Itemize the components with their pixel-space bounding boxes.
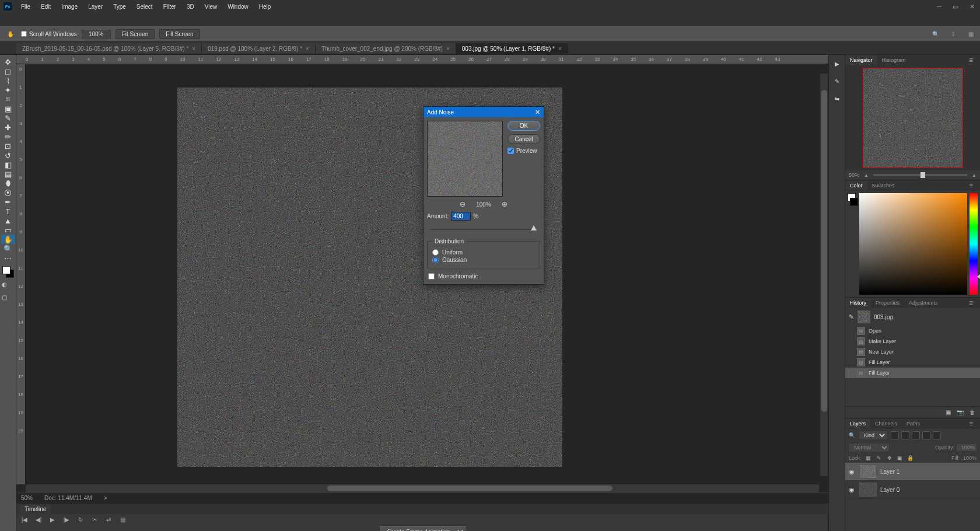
filter-pixel-icon[interactable]	[891, 431, 899, 439]
quick-select-tool[interactable]: ✦	[1, 85, 15, 95]
uniform-radio[interactable]: Uniform	[432, 249, 535, 256]
filter-shape-icon[interactable]	[922, 431, 930, 439]
history-item-3[interactable]: ▤Fill Layer	[845, 357, 980, 368]
navigator-thumbnail[interactable]	[863, 68, 963, 168]
minimize-button[interactable]: ─	[931, 0, 947, 13]
color-menu-icon[interactable]: ≡	[964, 180, 978, 191]
amount-input[interactable]	[451, 212, 471, 221]
filter-smart-icon[interactable]	[933, 431, 941, 439]
histogram-tab[interactable]: Histogram	[877, 55, 911, 65]
timeline-next-frame[interactable]: |▶	[63, 516, 70, 523]
paths-tab[interactable]: Paths	[902, 419, 925, 428]
lock-transparent-icon[interactable]: ▦	[865, 455, 872, 462]
fill-value[interactable]: 100%	[963, 455, 977, 461]
scrollbar-horizontal[interactable]	[26, 484, 819, 492]
history-brush-tool[interactable]: ↺	[1, 151, 15, 160]
close-button[interactable]: ✕	[964, 0, 980, 13]
color-bg-swatch[interactable]	[850, 198, 858, 206]
zoom-tool[interactable]: 🔍	[1, 244, 15, 253]
lock-pixels-icon[interactable]: ✎	[876, 455, 883, 462]
navigator-tab[interactable]: Navigator	[845, 55, 877, 65]
tab-close-icon[interactable]: ×	[306, 46, 309, 52]
ok-button[interactable]: OK	[508, 121, 540, 131]
blur-tool[interactable]: ⬮	[1, 179, 15, 188]
clone-stamp-tool[interactable]: ⊡	[1, 141, 15, 151]
layer-1[interactable]: ◉Layer 0	[845, 481, 980, 499]
preview-zoom-out-icon[interactable]: ⊖	[460, 200, 466, 208]
layer-kind-filter[interactable]: Kind	[859, 431, 887, 440]
menu-layer[interactable]: Layer	[83, 2, 107, 11]
layer-visibility-icon[interactable]: ◉	[848, 468, 856, 476]
filter-type-icon[interactable]	[912, 431, 920, 439]
lock-position-icon[interactable]: ✥	[886, 455, 893, 462]
crop-tool[interactable]: ⌗	[1, 95, 15, 104]
document-tab-2[interactable]: Thumb_cover_002_end.jpg @ 200% (RGB/8#)×	[316, 43, 456, 54]
brush-settings-icon[interactable]: ✎	[832, 76, 842, 86]
preview-checkbox[interactable]: Preview	[508, 148, 540, 154]
create-frame-animation-select[interactable]: Create Frame Animation	[380, 526, 466, 531]
color-picker[interactable]	[859, 193, 967, 295]
quick-mask-mode[interactable]: ◐	[2, 281, 15, 291]
eyedropper-tool[interactable]: ✎	[1, 113, 15, 123]
document-tab-1[interactable]: 019.psd @ 100% (Layer 2, RGB/8) *×	[202, 43, 316, 54]
history-item-4[interactable]: ▤Fill Layer	[845, 368, 980, 378]
lock-artboard-icon[interactable]: ▣	[897, 455, 904, 462]
hand-tool-icon[interactable]: ✋	[5, 28, 16, 40]
dialog-close-icon[interactable]: ✕	[535, 109, 540, 116]
menu-edit[interactable]: Edit	[36, 2, 55, 11]
history-menu-icon[interactable]: ≡	[964, 297, 978, 309]
timeline-play[interactable]: ▶	[49, 516, 56, 523]
gradient-tool[interactable]: ▤	[1, 169, 15, 179]
dialog-preview[interactable]	[427, 121, 503, 197]
timeline-prev-frame[interactable]: ◀|	[35, 516, 42, 523]
history-new-doc-icon[interactable]: 📷	[957, 409, 964, 415]
history-item-1[interactable]: ▤Make Layer	[845, 336, 980, 347]
lasso-tool[interactable]: ⌇	[1, 76, 15, 85]
hue-slider[interactable]	[970, 193, 978, 295]
history-tab[interactable]: History	[845, 298, 871, 308]
color-swatches[interactable]	[2, 266, 14, 278]
menu-window[interactable]: Window	[223, 2, 253, 11]
eraser-tool[interactable]: ◧	[1, 160, 15, 169]
adjustments-tab[interactable]: Adjustments	[904, 298, 943, 308]
blend-mode-select[interactable]: Normal	[849, 443, 890, 452]
layers-menu-icon[interactable]: ≡	[964, 418, 978, 429]
tab-close-icon[interactable]: ×	[192, 46, 195, 52]
menu-3d[interactable]: 3D	[182, 2, 199, 11]
search-icon[interactable]: 🔍	[931, 29, 940, 39]
foreground-color[interactable]	[2, 266, 10, 274]
timeline-first-frame[interactable]: |◀	[21, 516, 28, 523]
fit-screen-button[interactable]: Fit Screen	[116, 29, 155, 39]
tab-close-icon[interactable]: ×	[558, 46, 562, 52]
timeline-convert[interactable]: ▤	[119, 516, 126, 523]
document-tab-3[interactable]: 003.jpg @ 50% (Layer 1, RGB/8#) *×	[456, 43, 568, 54]
marquee-tool[interactable]: ◻	[1, 67, 15, 76]
menu-file[interactable]: File	[16, 2, 35, 11]
amount-slider[interactable]	[430, 225, 537, 233]
adjustments-icon[interactable]: ⇆	[832, 93, 842, 104]
pen-tool[interactable]: ✒	[1, 197, 15, 207]
type-tool[interactable]: T	[1, 207, 15, 216]
monochromatic-checkbox[interactable]: Monochromatic	[427, 272, 540, 281]
menu-view[interactable]: View	[200, 2, 222, 11]
history-item-2[interactable]: ▤New Layer	[845, 347, 980, 357]
fill-screen-button[interactable]: Fill Screen	[159, 29, 200, 39]
channels-tab[interactable]: Channels	[870, 419, 902, 428]
menu-image[interactable]: Image	[57, 2, 82, 11]
swatches-tab[interactable]: Swatches	[867, 181, 900, 190]
scrollbar-vertical[interactable]	[820, 74, 828, 476]
brush-tool[interactable]: ✏	[1, 132, 15, 141]
navigator-menu-icon[interactable]: ≡	[964, 54, 978, 66]
timeline-split[interactable]: ✂	[91, 516, 98, 523]
timeline-transition[interactable]: ⇄	[105, 516, 112, 523]
move-tool[interactable]: ✥	[1, 57, 15, 67]
nav-zoom-out-icon[interactable]: ▲	[864, 173, 869, 178]
history-item-0[interactable]: ▤Open	[845, 326, 980, 336]
filter-adj-icon[interactable]	[901, 431, 909, 439]
path-select-tool[interactable]: ▲	[1, 216, 15, 225]
cancel-button[interactable]: Cancel	[508, 134, 540, 144]
menu-filter[interactable]: Filter	[159, 2, 181, 11]
hand-tool[interactable]: ✋	[1, 235, 15, 244]
zoom-value[interactable]: 100%	[82, 30, 111, 39]
color-tab[interactable]: Color	[845, 181, 867, 190]
